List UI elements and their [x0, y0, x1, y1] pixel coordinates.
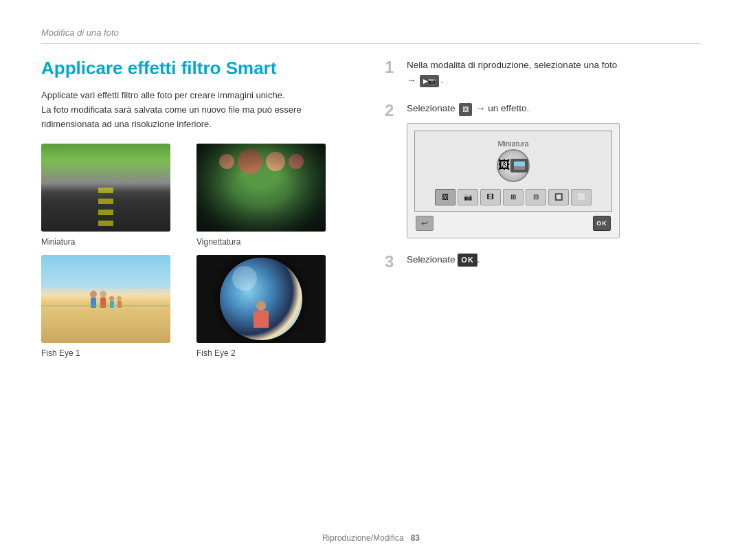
- page-container: Modifica di una foto Applicare effetti f…: [0, 0, 742, 560]
- page-footer: Riproduzione/Modifica 83: [0, 533, 742, 543]
- image-cell-vignettatura: Vignettatura: [196, 144, 344, 247]
- step-1-body: Nella modalità di riproduzione, selezion…: [407, 58, 701, 87]
- step-1: 1 Nella modalità di riproduzione, selezi…: [385, 58, 701, 87]
- face-3: [266, 152, 285, 171]
- beach-figure-3: [109, 296, 114, 308]
- image-cell-fisheye1: Fish Eye 1: [41, 255, 188, 358]
- right-column: 1 Nella modalità di riproduzione, selezi…: [378, 58, 701, 358]
- steps-wrapper: 1 Nella modalità di riproduzione, selezi…: [378, 58, 701, 272]
- camera-icon-inline: ▶📷: [420, 75, 439, 87]
- image-fisheye1: [41, 255, 170, 343]
- effect-btn-6[interactable]: 🔲: [548, 189, 569, 205]
- ok-badge: OK: [458, 254, 477, 267]
- step-2-number: 2: [385, 101, 400, 121]
- face-1: [219, 154, 234, 169]
- face-4: [289, 154, 304, 169]
- step-2-text: Selezionate 🖼 → un effetto.: [407, 101, 701, 116]
- selected-effect-icon[interactable]: [497, 149, 530, 182]
- back-button[interactable]: ↩: [416, 216, 434, 231]
- bf-head-3: [109, 296, 114, 301]
- step-3: 3 Selezionate OK.: [385, 252, 701, 272]
- effect-btn-2[interactable]: 📷: [458, 189, 478, 205]
- effect-btn-1[interactable]: 🖼: [435, 189, 456, 205]
- effect-btn-7[interactable]: ⬜: [571, 189, 592, 205]
- effect-screen-icon: [510, 159, 528, 172]
- image-label-fisheye2: Fish Eye 2: [196, 348, 344, 358]
- footer-text: Riproduzione/Modifica: [322, 533, 404, 543]
- miniatura-ui-label: Miniatura: [497, 139, 528, 148]
- bf-head-4: [117, 296, 122, 301]
- photo-beach-bg: [41, 255, 170, 343]
- left-column: Applicare effetti filtro Smart Applicate…: [41, 58, 344, 358]
- image-fisheye2: [196, 255, 326, 343]
- step-2-body: Selezionate 🖼 → un effetto. Miniatura: [407, 101, 701, 238]
- effect-btn-5[interactable]: ⊟: [526, 189, 546, 205]
- breadcrumb: Modifica di una foto: [41, 27, 701, 44]
- bf-head-2: [100, 291, 106, 298]
- main-content: Applicare effetti filtro Smart Applicate…: [41, 58, 701, 358]
- photo-road-bg: [41, 144, 170, 232]
- step-1-text: Nella modalità di riproduzione, selezion…: [407, 58, 701, 87]
- bf-body-2: [100, 298, 106, 308]
- effect-btn-4[interactable]: ⊞: [503, 189, 524, 205]
- image-miniatura: [41, 144, 170, 232]
- step-1-number: 1: [385, 58, 400, 78]
- step-3-body: Selezionate OK.: [407, 252, 701, 267]
- water-line: [41, 305, 170, 306]
- camera-ui-inner: Miniatura: [414, 131, 612, 212]
- bf-head-1: [90, 291, 97, 298]
- face-2: [238, 149, 262, 174]
- camera-ui-bottom: ↩ OK: [414, 216, 612, 231]
- effect-screen-inner: [514, 161, 525, 170]
- footer-page: 83: [411, 533, 420, 543]
- photo-fisheye-bg: [196, 255, 326, 343]
- camera-ui-mockup: Miniatura: [407, 123, 620, 238]
- step-3-text: Selezionate OK.: [407, 252, 701, 267]
- bf-body-1: [91, 298, 96, 308]
- image-grid: Miniatura: [41, 144, 344, 358]
- people-cluster: [196, 149, 326, 174]
- image-label-miniatura: Miniatura: [41, 237, 188, 247]
- effect-toolbar: 🖼 📷 🎞 ⊞ ⊟ 🔲 ⬜: [435, 189, 592, 205]
- fisheye-circle: [220, 258, 302, 340]
- section-title: Applicare effetti filtro Smart: [41, 58, 344, 79]
- fisheye-person-head: [256, 301, 266, 311]
- step-2: 2 Selezionate 🖼 → un effetto. Miniatura: [385, 101, 701, 238]
- effect-btn-3[interactable]: 🎞: [480, 189, 501, 205]
- image-label-fisheye1: Fish Eye 1: [41, 348, 188, 358]
- miniatura-ui-label-wrapper: Miniatura: [497, 137, 528, 149]
- ok-button-ui[interactable]: OK: [593, 216, 611, 231]
- image-cell-fisheye2: Fish Eye 2: [196, 255, 344, 358]
- image-cell-miniatura: Miniatura: [41, 144, 188, 247]
- selected-effect-wrapper: [497, 149, 530, 182]
- description: Applicate vari effetti filtro alle foto …: [41, 89, 344, 131]
- step-3-number: 3: [385, 252, 400, 272]
- beach-figure-4: [117, 296, 122, 308]
- image-label-vignettatura: Vignettatura: [196, 237, 344, 247]
- step2-camera-icon: 🖼: [459, 103, 472, 115]
- photo-people-bg: [196, 144, 326, 232]
- fisheye-person-body: [254, 311, 269, 328]
- image-vignettatura: [196, 144, 326, 232]
- fisheye-person: [254, 301, 269, 328]
- effect-screen-ground: [514, 166, 525, 170]
